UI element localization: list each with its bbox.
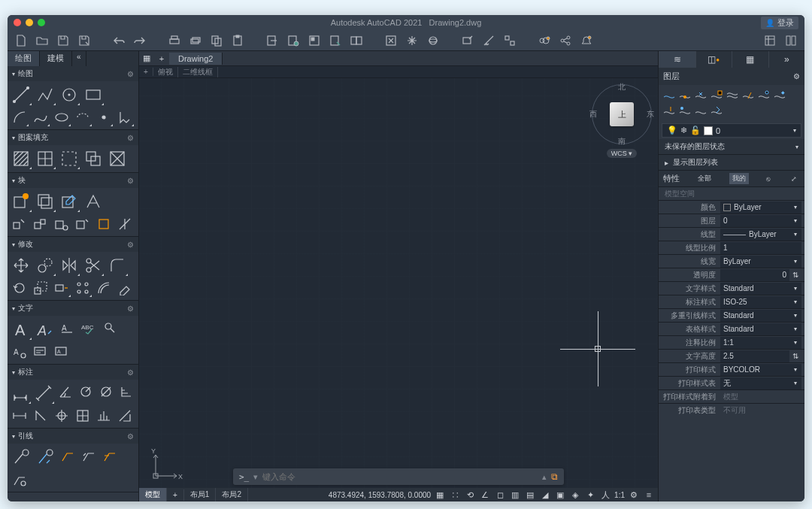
dim-aligned-icon[interactable] — [34, 383, 54, 404]
dim-diameter-icon[interactable] — [98, 383, 115, 401]
layer-lock-icon[interactable] — [710, 89, 723, 101]
rtab-layers-icon[interactable]: ≋ — [659, 51, 695, 68]
maximize-window-button[interactable] — [38, 19, 45, 26]
rtab-sheets-icon[interactable]: ▦ — [732, 51, 768, 68]
redo-icon[interactable] — [132, 33, 147, 48]
wcs-dropdown[interactable]: WCS ▾ — [607, 149, 638, 158]
fillet-tool-icon[interactable] — [107, 255, 128, 276]
prop-dimstyle[interactable]: 标注样式ISO-25▾ — [659, 295, 804, 308]
spline-tool-icon[interactable] — [32, 108, 50, 126]
app-home-icon[interactable]: ▦ — [139, 51, 154, 66]
save-icon[interactable] — [56, 33, 71, 48]
anno-scale-icon[interactable]: 人 — [599, 489, 611, 501]
layer-tool-9-icon[interactable] — [663, 105, 675, 117]
dim-tool-1-icon[interactable] — [11, 407, 29, 425]
circle-tool-icon[interactable] — [59, 84, 80, 105]
xref-icon[interactable] — [265, 33, 280, 48]
wipeout-tool-icon[interactable] — [107, 148, 128, 169]
prop-linetype[interactable]: 线型———ByLayer▾ — [659, 227, 804, 241]
palette-icon[interactable] — [783, 33, 798, 48]
stretch-tool-icon[interactable] — [53, 279, 71, 297]
erase-tool-icon[interactable] — [116, 279, 134, 297]
props-filter-mine[interactable]: 我的 — [729, 173, 749, 184]
offset-tool-icon[interactable] — [95, 279, 113, 297]
helix-tool-icon[interactable] — [116, 108, 134, 126]
dim-radius-icon[interactable] — [77, 383, 95, 401]
tab-draw[interactable]: 绘图 — [8, 51, 40, 66]
line-tool-icon[interactable] — [11, 84, 32, 105]
layer-freeze-icon[interactable] — [695, 89, 707, 101]
dim-tool-2-icon[interactable] — [32, 407, 50, 425]
mtext-tool-icon[interactable]: A — [11, 319, 32, 340]
region-tool-icon[interactable] — [83, 148, 104, 169]
zoom-extents-icon[interactable] — [383, 33, 398, 48]
prop-plottable[interactable]: 打印样式表无▾ — [659, 376, 804, 389]
layer-on-icon[interactable] — [679, 89, 691, 101]
edit-block-icon[interactable] — [59, 191, 80, 212]
prop-textstyle[interactable]: 文字样式Standard▾ — [659, 281, 804, 295]
dim-linear-icon[interactable] — [11, 383, 31, 404]
rotate-tool-icon[interactable] — [11, 279, 29, 297]
section-draw-header[interactable]: ▾绘图⚙ — [8, 66, 138, 81]
layer-tool-7-icon[interactable] — [758, 89, 770, 101]
3dosnap-icon[interactable]: ◈ — [569, 489, 581, 501]
prop-annoscale[interactable]: 注释比例1:1▾ — [659, 335, 804, 349]
viewcube-top-face[interactable]: 上 — [610, 102, 634, 126]
spell-check-icon[interactable]: ABC — [80, 319, 98, 337]
section-leader-header[interactable]: ▾引线⚙ — [8, 429, 138, 444]
view-cube[interactable]: 北 南 东 西 上 WCS ▾ — [592, 84, 652, 159]
block-tool-5-icon[interactable] — [95, 215, 113, 233]
group-icon[interactable] — [502, 33, 517, 48]
section-hatch-header[interactable]: ▾图案填充⚙ — [8, 130, 138, 145]
save-as-icon[interactable] — [77, 33, 92, 48]
command-expand-icon[interactable]: ⧉ — [551, 471, 558, 482]
pan-icon[interactable] — [404, 33, 420, 48]
customize-status-icon[interactable]: ≡ — [643, 489, 655, 501]
paste-icon[interactable] — [230, 33, 245, 48]
block-attribute-icon[interactable] — [83, 191, 104, 212]
gradient-tool-icon[interactable] — [35, 148, 56, 169]
prop-mleaderstyle[interactable]: 多重引线样式Standard▾ — [659, 308, 804, 322]
layout-tab-1[interactable]: 布局1 — [184, 488, 217, 501]
leader-tool-2-icon[interactable] — [80, 447, 98, 465]
workspace-icon[interactable]: ⚙ — [628, 489, 640, 501]
leader-tool-4-icon[interactable] — [11, 471, 29, 489]
rectangle-tool-icon[interactable] — [83, 84, 104, 105]
dim-ordinate-icon[interactable] — [118, 383, 135, 401]
section-modify-header[interactable]: ▾修改⚙ — [8, 237, 138, 252]
dim-tool-5-icon[interactable] — [95, 407, 113, 425]
dwg-compare-icon[interactable] — [349, 33, 364, 48]
ellipse-tool-icon[interactable] — [53, 108, 71, 126]
props-expand-icon[interactable]: ⤢ — [788, 174, 800, 183]
show-layer-list-toggle[interactable]: ▸显示图层列表 — [659, 155, 804, 171]
prop-textheight[interactable]: 文字高度2.5⇅ — [659, 349, 804, 362]
create-block-icon[interactable] — [35, 191, 56, 212]
layout-tab-model[interactable]: 模型 — [139, 488, 167, 501]
mleader-tool-icon[interactable] — [11, 447, 32, 468]
dim-tool-6-icon[interactable] — [116, 407, 134, 425]
orbit-icon[interactable] — [426, 33, 441, 48]
layer-tool-6-icon[interactable] — [742, 89, 754, 101]
scale-tool-icon[interactable] — [32, 279, 50, 297]
dyn-input-icon[interactable]: ✦ — [584, 489, 596, 501]
prop-layer[interactable]: 图层0▾ — [659, 214, 804, 227]
command-line[interactable]: >_▾ ▴⧉ — [233, 468, 564, 485]
current-layer-dropdown[interactable]: 💡❄🔓 0▾ — [662, 123, 801, 138]
ortho-toggle-icon[interactable]: ⟲ — [464, 489, 476, 501]
layout-tab-2[interactable]: 布局2 — [216, 488, 248, 501]
text-style-icon[interactable]: A — [35, 319, 56, 340]
command-input[interactable] — [262, 472, 538, 481]
otrack-toggle-icon[interactable]: ▥ — [509, 489, 521, 501]
file-tab-drawing2[interactable]: Drawing2 — [169, 53, 223, 65]
dim-tool-3-icon[interactable] — [53, 407, 71, 425]
block-tool-2-icon[interactable] — [32, 215, 50, 233]
dim-angular-icon[interactable] — [57, 383, 74, 401]
prop-ltscale[interactable]: 线型比例1 — [659, 241, 804, 254]
section-block-header[interactable]: ▾块⚙ — [8, 173, 138, 188]
rtab-expand-icon[interactable]: » — [768, 51, 805, 68]
cloud-icon[interactable] — [537, 33, 552, 48]
layer-tool-5-icon[interactable] — [726, 89, 738, 101]
ellipse-arc-icon[interactable] — [74, 108, 92, 126]
polar-toggle-icon[interactable]: ∠ — [479, 489, 491, 501]
find-replace-icon[interactable] — [101, 319, 119, 337]
